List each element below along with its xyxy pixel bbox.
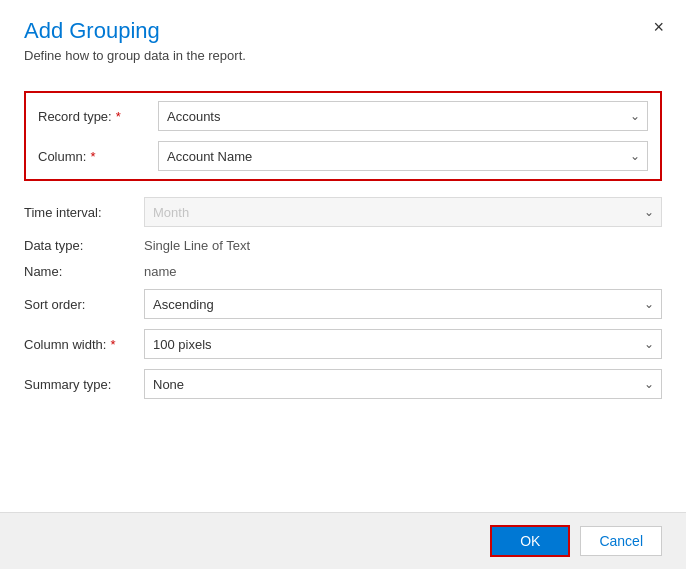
name-label: Name:	[24, 264, 144, 279]
time-interval-control-wrap: Month ⌄	[144, 197, 662, 227]
record-type-select-wrapper: Accounts ⌄	[158, 101, 648, 131]
dialog-header: Add Grouping Define how to group data in…	[0, 0, 686, 71]
time-interval-label: Time interval:	[24, 205, 144, 220]
column-width-select-wrapper: 100 pixels ⌄	[144, 329, 662, 359]
sort-order-control-wrap: Ascending ⌄	[144, 289, 662, 319]
dialog-subtitle: Define how to group data in the report.	[24, 48, 662, 63]
time-interval-row: Time interval: Month ⌄	[24, 197, 662, 227]
column-select-wrapper: Account Name ⌄	[158, 141, 648, 171]
record-type-label: Record type: *	[38, 109, 158, 124]
dialog-footer: OK Cancel	[0, 512, 686, 569]
sort-order-row: Sort order: Ascending ⌄	[24, 289, 662, 319]
summary-type-select-wrapper: None ⌄	[144, 369, 662, 399]
summary-type-row: Summary type: None ⌄	[24, 369, 662, 399]
column-width-control-wrap: 100 pixels ⌄	[144, 329, 662, 359]
column-label: Column: *	[38, 149, 158, 164]
record-type-select[interactable]: Accounts	[158, 101, 648, 131]
data-type-label: Data type:	[24, 238, 144, 253]
column-width-label: Column width: *	[24, 337, 144, 352]
data-type-row: Data type: Single Line of Text	[24, 237, 662, 253]
column-select[interactable]: Account Name	[158, 141, 648, 171]
column-width-row: Column width: * 100 pixels ⌄	[24, 329, 662, 359]
required-fields-section: Record type: * Accounts ⌄ Column: *	[24, 91, 662, 181]
add-grouping-dialog: Add Grouping Define how to group data in…	[0, 0, 686, 569]
sort-order-select[interactable]: Ascending	[144, 289, 662, 319]
record-type-row: Record type: * Accounts ⌄	[38, 101, 648, 131]
summary-type-label: Summary type:	[24, 377, 144, 392]
time-interval-select-wrapper: Month ⌄	[144, 197, 662, 227]
column-control-wrap: Account Name ⌄	[158, 141, 648, 171]
summary-type-select[interactable]: None	[144, 369, 662, 399]
dialog-body: Record type: * Accounts ⌄ Column: *	[0, 71, 686, 512]
sort-order-select-wrapper: Ascending ⌄	[144, 289, 662, 319]
data-type-value: Single Line of Text	[144, 233, 250, 258]
data-type-value-wrap: Single Line of Text	[144, 237, 662, 253]
column-required-star: *	[90, 149, 95, 164]
dialog-title: Add Grouping	[24, 18, 662, 44]
outer-form-rows: Time interval: Month ⌄ Data type:	[24, 193, 662, 403]
cancel-button[interactable]: Cancel	[580, 526, 662, 556]
column-width-select[interactable]: 100 pixels	[144, 329, 662, 359]
summary-type-control-wrap: None ⌄	[144, 369, 662, 399]
time-interval-select[interactable]: Month	[144, 197, 662, 227]
name-value-wrap: name	[144, 263, 662, 279]
ok-button[interactable]: OK	[490, 525, 570, 557]
close-button[interactable]: ×	[647, 16, 670, 38]
column-width-required-star: *	[110, 337, 115, 352]
record-type-control-wrap: Accounts ⌄	[158, 101, 648, 131]
name-row: Name: name	[24, 263, 662, 279]
column-row: Column: * Account Name ⌄	[38, 141, 648, 171]
name-value: name	[144, 259, 177, 284]
record-type-required-star: *	[116, 109, 121, 124]
sort-order-label: Sort order:	[24, 297, 144, 312]
